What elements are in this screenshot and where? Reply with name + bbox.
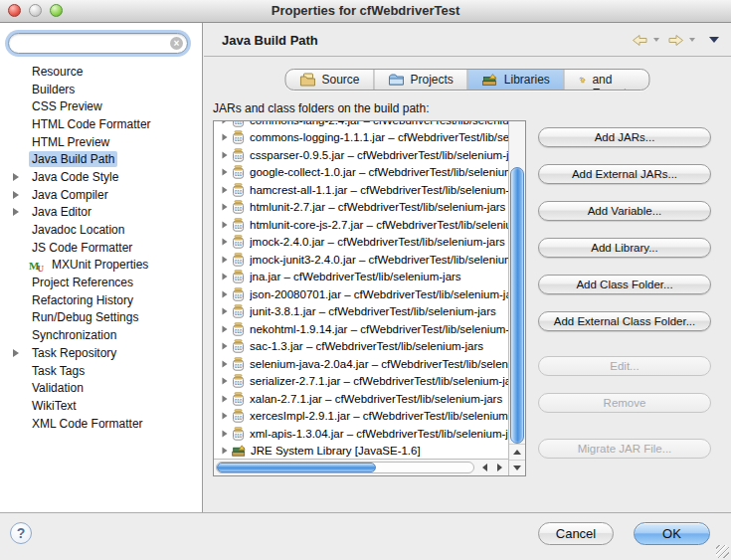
resize-grip[interactable]: [716, 545, 729, 558]
sidebar-item[interactable]: Java Code Style: [0, 168, 202, 186]
expander-icon[interactable]: [222, 378, 227, 385]
sidebar-item[interactable]: XML Code Formatter: [0, 415, 202, 433]
expander-icon[interactable]: [222, 204, 227, 211]
jar-list-row[interactable]: 010 json-20080701.jar – cfWebdriverTest/…: [214, 285, 508, 303]
expander-icon[interactable]: [13, 173, 19, 181]
tab-order-and-export[interactable]: Order and Export: [564, 70, 649, 90]
jar-list-row[interactable]: 010 commons-logging-1.1.1.jar – cfWebdri…: [214, 129, 508, 147]
expander-icon[interactable]: [222, 221, 227, 228]
sidebar-item[interactable]: HTML Code Formatter: [0, 115, 202, 133]
jar-list-row[interactable]: 010 xalan-2.7.1.jar – cfWebdriverTest/li…: [214, 390, 508, 408]
expander-icon[interactable]: [222, 169, 227, 176]
sidebar-item[interactable]: JS Code Formatter: [0, 239, 202, 257]
jar-list-row[interactable]: 010 htmlunit-2.7.jar – cfWebdriverTest/l…: [214, 199, 508, 217]
scroll-up-button[interactable]: [509, 444, 525, 460]
jar-list-row[interactable]: 010 xml-apis-1.3.04.jar – cfWebdriverTes…: [214, 425, 508, 443]
scroll-left-button[interactable]: [477, 460, 492, 475]
sidebar-item[interactable]: Refactoring History: [0, 291, 202, 309]
expander-icon[interactable]: [222, 274, 227, 280]
action-button[interactable]: Add External JARs...: [538, 164, 711, 184]
vertical-scrollbar-thumb[interactable]: [510, 167, 524, 444]
action-button[interactable]: Add Class Folder...: [538, 275, 711, 294]
expander-icon[interactable]: [222, 413, 227, 420]
jar-list-row[interactable]: 010 jmock-2.4.0.jar – cfWebdriverTest/li…: [214, 234, 508, 252]
zoom-button[interactable]: [50, 4, 63, 17]
help-button[interactable]: ?: [10, 522, 32, 544]
expander-icon[interactable]: [222, 308, 227, 315]
sidebar-item[interactable]: Validation: [0, 379, 202, 397]
sidebar-item[interactable]: Java Compiler: [0, 186, 202, 204]
sidebar-item[interactable]: Javadoc Location: [0, 221, 202, 239]
tab-projects[interactable]: Projects: [373, 70, 466, 90]
jar-list-row[interactable]: 010 xercesImpl-2.9.1.jar – cfWebdriverTe…: [214, 408, 508, 426]
action-button[interactable]: Add Variable...: [538, 201, 711, 221]
forward-menu-caret-icon[interactable]: [689, 38, 695, 42]
back-menu-caret-icon[interactable]: [653, 38, 659, 42]
forward-button[interactable]: [667, 34, 684, 47]
sidebar-item[interactable]: Synchronization: [0, 326, 202, 344]
jar-list-row[interactable]: 010 jna.jar – cfWebdriverTest/lib/seleni…: [214, 269, 508, 286]
horizontal-scrollbar-thumb[interactable]: [217, 463, 376, 472]
sidebar-item[interactable]: MU MXUnit Properties: [0, 257, 202, 275]
expander-icon[interactable]: [222, 395, 227, 402]
expander-icon[interactable]: [13, 208, 19, 216]
title-bar[interactable]: Properties for cfWebdriverTest: [0, 0, 731, 23]
jar-list-row[interactable]: 010 htmlunit-core-js-2.7.jar – cfWebdriv…: [214, 216, 508, 234]
jar-list-row[interactable]: JRE System Library [JavaSE-1.6]: [214, 443, 508, 460]
vertical-scrollbar[interactable]: [508, 121, 525, 475]
horizontal-scrollbar[interactable]: [214, 459, 508, 475]
scroll-down-button[interactable]: [509, 460, 525, 475]
ok-button[interactable]: OK: [634, 522, 710, 545]
sidebar-item[interactable]: Resource: [0, 63, 202, 81]
expander-icon[interactable]: [222, 121, 227, 123]
expander-icon[interactable]: [222, 430, 227, 437]
expander-icon[interactable]: [222, 448, 227, 455]
expander-icon[interactable]: [222, 290, 227, 297]
minimize-button[interactable]: [29, 4, 42, 17]
close-button[interactable]: [8, 4, 21, 17]
expander-icon[interactable]: [13, 191, 19, 199]
sidebar-item[interactable]: Builders: [0, 81, 202, 98]
sidebar-item[interactable]: Task Repository: [0, 344, 202, 362]
jar-list-row[interactable]: 010 commons-lang-2.4.jar – cfWebdriverTe…: [214, 121, 508, 129]
sidebar-item[interactable]: WikiText: [0, 397, 202, 415]
expander-icon[interactable]: [222, 134, 227, 141]
jar-list-row[interactable]: 010 serializer-2.7.1.jar – cfWebdriverTe…: [214, 373, 508, 391]
jar-list-row[interactable]: 010 hamcrest-all-1.1.jar – cfWebdriverTe…: [214, 181, 508, 199]
sidebar-item-label: CSS Preview: [29, 98, 105, 114]
tab-libraries[interactable]: Libraries: [467, 70, 564, 90]
sidebar-item[interactable]: Run/Debug Settings: [0, 309, 202, 327]
sidebar-item[interactable]: Project References: [0, 274, 202, 291]
scroll-right-button[interactable]: [492, 460, 507, 475]
horizontal-scrollbar-track[interactable]: [216, 462, 474, 473]
expander-icon[interactable]: [222, 360, 227, 367]
jar-list-row[interactable]: 010 google-collect-1.0.jar – cfWebdriver…: [214, 164, 508, 182]
jar-list-row[interactable]: 010 sac-1.3.jar – cfWebdriverTest/lib/se…: [214, 338, 508, 356]
jar-list-row[interactable]: 010 selenium-java-2.0a4.jar – cfWebdrive…: [214, 355, 508, 373]
jar-list-row[interactable]: 010 junit-3.8.1.jar – cfWebdriverTest/li…: [214, 303, 508, 321]
action-button[interactable]: Add Library...: [538, 238, 711, 258]
expander-icon[interactable]: [222, 325, 227, 332]
jar-list-row[interactable]: 010 cssparser-0.9.5.jar – cfWebdriverTes…: [214, 146, 508, 164]
view-menu-button[interactable]: [709, 37, 719, 43]
sidebar-item[interactable]: CSS Preview: [0, 97, 202, 115]
jar-list-row[interactable]: 010 nekohtml-1.9.14.jar – cfWebdriverTes…: [214, 320, 508, 338]
sidebar-item[interactable]: Java Build Path: [0, 150, 202, 168]
sidebar-item[interactable]: HTML Preview: [0, 133, 202, 151]
action-button[interactable]: Add External Class Folder...: [538, 311, 711, 331]
back-button[interactable]: [632, 34, 648, 47]
action-button[interactable]: Add JARs...: [538, 127, 711, 147]
expander-icon[interactable]: [222, 239, 227, 246]
sidebar-item[interactable]: Task Tags: [0, 362, 202, 380]
tab-source[interactable]: Source: [285, 70, 373, 90]
sidebar-item[interactable]: Java Editor: [0, 204, 202, 222]
expander-icon[interactable]: [222, 186, 227, 193]
jar-list-row[interactable]: 010 jmock-junit3-2.4.0.jar – cfWebdriver…: [214, 251, 508, 269]
expander-icon[interactable]: [222, 151, 227, 158]
cancel-button[interactable]: Cancel: [538, 522, 614, 545]
expander-icon[interactable]: [13, 349, 19, 357]
clear-search-icon[interactable]: ×: [170, 37, 183, 50]
expander-icon[interactable]: [222, 256, 227, 263]
filter-input[interactable]: [8, 33, 188, 54]
expander-icon[interactable]: [222, 343, 227, 350]
